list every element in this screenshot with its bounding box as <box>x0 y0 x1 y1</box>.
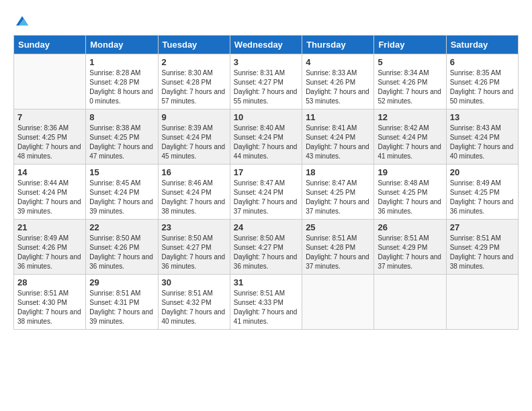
day-number: 18 <box>306 167 370 177</box>
day-detail: Sunrise: 8:43 AMSunset: 4:24 PMDaylight:… <box>450 124 515 161</box>
calendar-cell: 21Sunrise: 8:49 AMSunset: 4:26 PMDayligh… <box>14 220 86 275</box>
calendar-cell: 4Sunrise: 8:33 AMSunset: 4:26 PMDaylight… <box>302 54 374 109</box>
calendar-week-row: 14Sunrise: 8:44 AMSunset: 4:24 PMDayligh… <box>14 165 519 220</box>
day-detail: Sunrise: 8:51 AMSunset: 4:29 PMDaylight:… <box>450 234 515 271</box>
calendar-cell: 26Sunrise: 8:51 AMSunset: 4:29 PMDayligh… <box>374 220 446 275</box>
day-detail: Sunrise: 8:28 AMSunset: 4:28 PMDaylight:… <box>89 68 154 106</box>
day-detail: Sunrise: 8:33 AMSunset: 4:26 PMDaylight:… <box>306 68 370 106</box>
day-number: 16 <box>162 167 226 177</box>
calendar-cell: 1Sunrise: 8:28 AMSunset: 4:28 PMDaylight… <box>86 54 158 109</box>
day-detail: Sunrise: 8:36 AMSunset: 4:25 PMDaylight:… <box>17 124 82 161</box>
day-number: 24 <box>234 222 298 232</box>
calendar-cell: 9Sunrise: 8:39 AMSunset: 4:24 PMDaylight… <box>158 109 230 165</box>
calendar-cell: 11Sunrise: 8:41 AMSunset: 4:24 PMDayligh… <box>302 109 374 165</box>
calendar-cell: 12Sunrise: 8:42 AMSunset: 4:24 PMDayligh… <box>374 109 446 165</box>
calendar-cell: 17Sunrise: 8:47 AMSunset: 4:24 PMDayligh… <box>230 165 302 220</box>
calendar-cell: 25Sunrise: 8:51 AMSunset: 4:28 PMDayligh… <box>302 220 374 275</box>
calendar-week-row: 1Sunrise: 8:28 AMSunset: 4:28 PMDaylight… <box>14 54 519 109</box>
day-detail: Sunrise: 8:50 AMSunset: 4:27 PMDaylight:… <box>162 234 226 271</box>
day-number: 5 <box>378 57 442 67</box>
day-number: 3 <box>234 57 298 67</box>
weekday-header-sunday: Sunday <box>14 36 86 54</box>
day-number: 23 <box>162 222 226 232</box>
day-detail: Sunrise: 8:35 AMSunset: 4:26 PMDaylight:… <box>450 68 515 106</box>
calendar-cell: 2Sunrise: 8:30 AMSunset: 4:28 PMDaylight… <box>158 54 230 109</box>
calendar-cell: 23Sunrise: 8:50 AMSunset: 4:27 PMDayligh… <box>158 220 230 275</box>
day-detail: Sunrise: 8:39 AMSunset: 4:24 PMDaylight:… <box>162 124 226 161</box>
calendar-cell: 5Sunrise: 8:34 AMSunset: 4:26 PMDaylight… <box>374 54 446 109</box>
calendar-cell: 30Sunrise: 8:51 AMSunset: 4:32 PMDayligh… <box>158 275 230 330</box>
day-detail: Sunrise: 8:50 AMSunset: 4:26 PMDaylight:… <box>89 234 154 271</box>
day-number: 25 <box>306 222 370 232</box>
day-detail: Sunrise: 8:40 AMSunset: 4:24 PMDaylight:… <box>234 124 298 161</box>
day-detail: Sunrise: 8:48 AMSunset: 4:25 PMDaylight:… <box>378 179 442 216</box>
weekday-header-row: SundayMondayTuesdayWednesdayThursdayFrid… <box>14 36 519 54</box>
calendar-cell: 31Sunrise: 8:51 AMSunset: 4:33 PMDayligh… <box>230 275 302 330</box>
day-number: 17 <box>234 167 298 177</box>
calendar-cell: 8Sunrise: 8:38 AMSunset: 4:25 PMDaylight… <box>86 109 158 165</box>
day-number: 11 <box>306 112 370 122</box>
day-detail: Sunrise: 8:47 AMSunset: 4:24 PMDaylight:… <box>234 179 298 216</box>
calendar-cell: 14Sunrise: 8:44 AMSunset: 4:24 PMDayligh… <box>14 165 86 220</box>
day-detail: Sunrise: 8:34 AMSunset: 4:26 PMDaylight:… <box>378 68 442 106</box>
page-header <box>13 13 519 28</box>
day-number: 19 <box>378 167 442 177</box>
day-number: 26 <box>378 222 442 232</box>
day-number: 9 <box>162 112 226 122</box>
day-number: 1 <box>89 57 154 67</box>
day-number: 28 <box>17 277 82 287</box>
day-number: 14 <box>17 167 82 177</box>
weekday-header-wednesday: Wednesday <box>230 36 302 54</box>
day-number: 30 <box>162 277 226 287</box>
day-number: 27 <box>450 222 515 232</box>
calendar-cell: 19Sunrise: 8:48 AMSunset: 4:25 PMDayligh… <box>374 165 446 220</box>
calendar-cell: 27Sunrise: 8:51 AMSunset: 4:29 PMDayligh… <box>446 220 518 275</box>
calendar-cell: 28Sunrise: 8:51 AMSunset: 4:30 PMDayligh… <box>14 275 86 330</box>
calendar-cell: 10Sunrise: 8:40 AMSunset: 4:24 PMDayligh… <box>230 109 302 165</box>
day-detail: Sunrise: 8:38 AMSunset: 4:25 PMDaylight:… <box>89 124 154 161</box>
day-detail: Sunrise: 8:51 AMSunset: 4:33 PMDaylight:… <box>234 289 298 326</box>
calendar-week-row: 7Sunrise: 8:36 AMSunset: 4:25 PMDaylight… <box>14 109 519 165</box>
calendar-cell: 7Sunrise: 8:36 AMSunset: 4:25 PMDaylight… <box>14 109 86 165</box>
day-detail: Sunrise: 8:31 AMSunset: 4:27 PMDaylight:… <box>234 68 298 106</box>
day-number: 7 <box>17 112 82 122</box>
day-number: 10 <box>234 112 298 122</box>
calendar-cell <box>374 275 446 330</box>
calendar-week-row: 28Sunrise: 8:51 AMSunset: 4:30 PMDayligh… <box>14 275 519 330</box>
day-detail: Sunrise: 8:51 AMSunset: 4:32 PMDaylight:… <box>162 289 226 326</box>
day-detail: Sunrise: 8:51 AMSunset: 4:28 PMDaylight:… <box>306 234 370 271</box>
day-detail: Sunrise: 8:45 AMSunset: 4:24 PMDaylight:… <box>89 179 154 216</box>
day-detail: Sunrise: 8:47 AMSunset: 4:25 PMDaylight:… <box>306 179 370 216</box>
calendar-cell: 24Sunrise: 8:50 AMSunset: 4:27 PMDayligh… <box>230 220 302 275</box>
calendar-cell: 6Sunrise: 8:35 AMSunset: 4:26 PMDaylight… <box>446 54 518 109</box>
day-detail: Sunrise: 8:51 AMSunset: 4:30 PMDaylight:… <box>17 289 82 326</box>
calendar-cell <box>446 275 518 330</box>
logo <box>13 13 30 28</box>
day-number: 31 <box>234 277 298 287</box>
day-detail: Sunrise: 8:44 AMSunset: 4:24 PMDaylight:… <box>17 179 82 216</box>
day-detail: Sunrise: 8:41 AMSunset: 4:24 PMDaylight:… <box>306 124 370 161</box>
day-number: 6 <box>450 57 515 67</box>
day-detail: Sunrise: 8:51 AMSunset: 4:29 PMDaylight:… <box>378 234 442 271</box>
day-number: 15 <box>89 167 154 177</box>
day-detail: Sunrise: 8:42 AMSunset: 4:24 PMDaylight:… <box>378 124 442 161</box>
day-number: 12 <box>378 112 442 122</box>
day-detail: Sunrise: 8:51 AMSunset: 4:31 PMDaylight:… <box>89 289 154 326</box>
day-number: 2 <box>162 57 226 67</box>
calendar-cell: 16Sunrise: 8:46 AMSunset: 4:24 PMDayligh… <box>158 165 230 220</box>
calendar-table: SundayMondayTuesdayWednesdayThursdayFrid… <box>13 35 519 330</box>
logo-icon <box>15 13 30 28</box>
day-detail: Sunrise: 8:46 AMSunset: 4:24 PMDaylight:… <box>162 179 226 216</box>
calendar-cell: 15Sunrise: 8:45 AMSunset: 4:24 PMDayligh… <box>86 165 158 220</box>
calendar-cell <box>302 275 374 330</box>
day-number: 20 <box>450 167 515 177</box>
day-detail: Sunrise: 8:49 AMSunset: 4:26 PMDaylight:… <box>17 234 82 271</box>
day-detail: Sunrise: 8:49 AMSunset: 4:25 PMDaylight:… <box>450 179 515 216</box>
weekday-header-saturday: Saturday <box>446 36 518 54</box>
day-number: 13 <box>450 112 515 122</box>
weekday-header-friday: Friday <box>374 36 446 54</box>
weekday-header-thursday: Thursday <box>302 36 374 54</box>
calendar-cell: 29Sunrise: 8:51 AMSunset: 4:31 PMDayligh… <box>86 275 158 330</box>
weekday-header-tuesday: Tuesday <box>158 36 230 54</box>
day-number: 8 <box>89 112 154 122</box>
